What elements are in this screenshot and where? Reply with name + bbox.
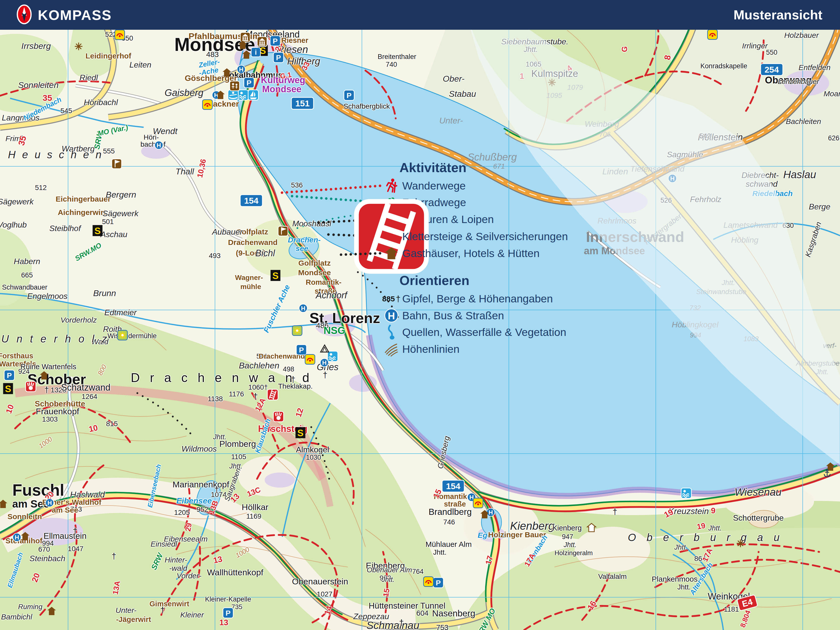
top-bar: KOMPASS Musteransicht [0, 0, 840, 30]
map-canvas [0, 0, 840, 630]
brand-name: KOMPASS [38, 7, 112, 23]
kompass-logo-icon [16, 4, 32, 26]
screenshot-root: Mondsee483St. Lorenz486Fuschlam SeeSchob… [0, 0, 840, 630]
page-title: Musteransicht [733, 7, 823, 22]
brand: KOMPASS [16, 4, 112, 26]
